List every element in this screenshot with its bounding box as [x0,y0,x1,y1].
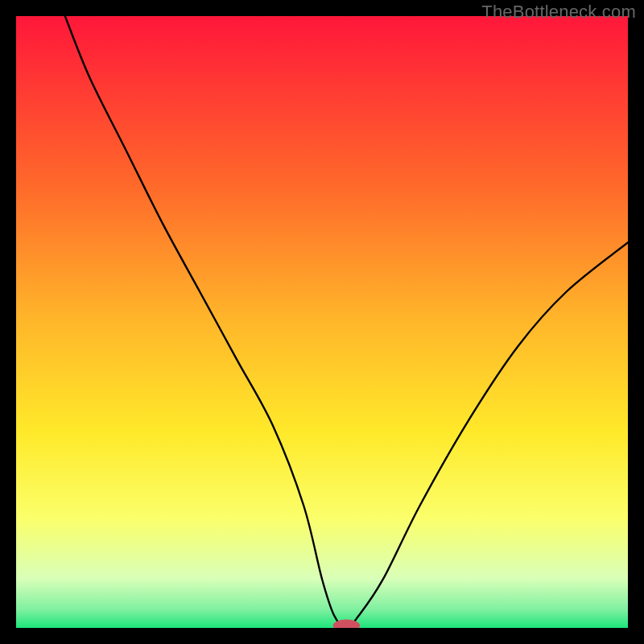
chart-frame: TheBottleneck.com [0,0,644,644]
watermark-text: TheBottleneck.com [481,2,636,23]
bottleneck-plot [16,16,628,628]
plot-background [16,16,628,628]
